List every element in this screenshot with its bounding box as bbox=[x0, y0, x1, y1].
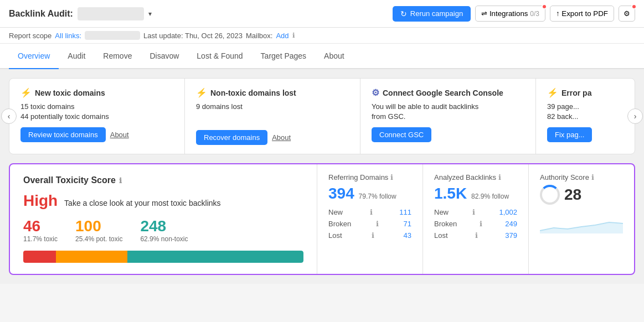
authority-score-title: Authority Score ℹ bbox=[540, 173, 623, 181]
tab-remove[interactable]: Remove bbox=[94, 44, 141, 69]
card-stat-3a: You will be able to audit backlinks bbox=[372, 102, 524, 111]
report-scope-bar: Report scope All links: Last update: Thu… bbox=[0, 28, 644, 44]
scope-project-tag bbox=[85, 31, 140, 40]
page-title: Backlink Audit: bbox=[9, 9, 73, 19]
metric-authority-score: Authority Score ℹ 28 bbox=[529, 164, 634, 274]
card-stat-1b: 44 potentially toxic domains bbox=[20, 112, 173, 121]
score-bar-green bbox=[127, 251, 304, 263]
mailbox-add-link[interactable]: Add bbox=[276, 32, 288, 40]
card-actions-3: Connect GSC bbox=[372, 127, 524, 142]
cards-prev-arrow[interactable]: ‹ bbox=[1, 108, 17, 124]
metric-row: New ℹ 1,002 bbox=[434, 208, 517, 216]
top-bar: Backlink Audit: ▾ ↻ Rerun campaign ⇌ Int… bbox=[0, 0, 644, 28]
analyzed-lost-val: 379 bbox=[505, 231, 517, 240]
review-toxic-domains-button[interactable]: Review toxic domains bbox=[20, 127, 106, 142]
metric-row: Lost ℹ 379 bbox=[434, 231, 517, 240]
score-panel: Overall Toxicity Score ℹ High Take a clo… bbox=[9, 163, 635, 275]
fix-pages-button[interactable]: Fix pag... bbox=[547, 127, 592, 142]
score-bar-red bbox=[23, 251, 56, 263]
rerun-campaign-button[interactable]: ↻ Rerun campaign bbox=[393, 6, 471, 22]
score-bar bbox=[23, 251, 303, 263]
card-stat-4b: 82 back... bbox=[547, 112, 624, 121]
referring-lost-val: 43 bbox=[404, 231, 411, 240]
chevron-down-icon[interactable]: ▾ bbox=[148, 10, 152, 18]
cards-row: ⚡ New toxic domains 15 toxic domains 44 … bbox=[9, 78, 635, 154]
card-title-3: ⚙ Connect Google Search Console bbox=[372, 87, 524, 98]
new-info-icon[interactable]: ℹ bbox=[370, 208, 373, 216]
last-update: Last update: Thu, Oct 26, 2023 bbox=[143, 32, 243, 40]
export-pdf-button[interactable]: ↑ Export to PDF bbox=[550, 6, 614, 22]
cards-next-arrow[interactable]: › bbox=[627, 108, 643, 124]
lost-info-icon[interactable]: ℹ bbox=[372, 231, 374, 240]
card-stat-3b: from GSC. bbox=[372, 112, 524, 121]
score-num-pot-toxic: 100 bbox=[75, 217, 122, 235]
toxicity-score-section: Overall Toxicity Score ℹ High Take a clo… bbox=[10, 164, 317, 274]
broken-info-icon[interactable]: ℹ bbox=[376, 220, 379, 228]
analyzed-info-icon[interactable]: ℹ bbox=[498, 173, 501, 181]
card-about-button-2[interactable]: About bbox=[272, 133, 291, 142]
card-title-2: ⚡ Non-toxic domains lost bbox=[196, 87, 349, 98]
cards-container: ‹ ⚡ New toxic domains 15 toxic domains 4… bbox=[9, 78, 635, 154]
refresh-icon: ↻ bbox=[400, 9, 407, 18]
referring-domains-follow: 79.7% follow bbox=[359, 193, 396, 200]
analyzed-lost-info[interactable]: ℹ bbox=[475, 231, 478, 240]
score-label-pot-toxic: 25.4% pot. toxic bbox=[75, 235, 122, 243]
metric-row: Broken ℹ 71 bbox=[328, 220, 411, 228]
card-non-toxic-domains-lost: ⚡ Non-toxic domains lost 9 domains lost … bbox=[185, 79, 360, 154]
score-bar-orange bbox=[56, 251, 127, 263]
score-numbers: 46 11.7% toxic 100 25.4% pot. toxic 248 … bbox=[23, 217, 303, 243]
analyzed-new-info[interactable]: ℹ bbox=[472, 208, 475, 216]
connect-gsc-button[interactable]: Connect GSC bbox=[372, 127, 431, 142]
scope-all-links[interactable]: All links: bbox=[55, 32, 81, 40]
score-label-toxic: 11.7% toxic bbox=[23, 235, 58, 243]
referring-domains-value-row: 394 79.7% follow bbox=[328, 185, 411, 202]
score-num-toxic: 46 bbox=[23, 217, 58, 235]
integrations-button[interactable]: ⇌ Integrations 0/3 bbox=[475, 6, 545, 22]
card-actions-1: Review toxic domains About bbox=[20, 127, 173, 142]
score-level-row: High Take a close look at your most toxi… bbox=[23, 192, 303, 210]
card-about-button-1[interactable]: About bbox=[110, 131, 129, 139]
card-title-1: ⚡ New toxic domains bbox=[20, 87, 173, 98]
gear-icon-3: ⚙ bbox=[372, 87, 379, 98]
analyzed-backlinks-value: 1.5K bbox=[434, 185, 467, 202]
referring-domains-info-icon[interactable]: ℹ bbox=[390, 173, 393, 181]
bolt-icon-1: ⚡ bbox=[20, 87, 32, 98]
score-section-title: Overall Toxicity Score ℹ bbox=[23, 175, 303, 185]
authority-score-row: 28 bbox=[540, 185, 623, 205]
authority-info-icon[interactable]: ℹ bbox=[591, 173, 594, 181]
card-actions-2: Recover domains About bbox=[196, 130, 349, 145]
settings-badge bbox=[631, 4, 637, 9]
score-num-non-toxic: 248 bbox=[140, 217, 188, 235]
analyzed-new-val: 1,002 bbox=[499, 208, 517, 216]
card-new-toxic-domains: ⚡ New toxic domains 15 toxic domains 44 … bbox=[9, 79, 185, 154]
bolt-icon-4: ⚡ bbox=[547, 87, 558, 98]
authority-score-value: 28 bbox=[564, 186, 581, 204]
nav-tabs: Overview Audit Remove Disavow Lost & Fou… bbox=[0, 44, 644, 69]
authority-mini-chart bbox=[540, 211, 623, 233]
tab-disavow[interactable]: Disavow bbox=[141, 44, 188, 69]
top-bar-right: ↻ Rerun campaign ⇌ Integrations 0/3 ↑ Ex… bbox=[393, 6, 635, 22]
project-selector[interactable] bbox=[78, 7, 144, 20]
tab-lost-found[interactable]: Lost & Found bbox=[188, 44, 251, 69]
integrations-icon: ⇌ bbox=[481, 9, 487, 18]
tab-about[interactable]: About bbox=[315, 44, 353, 69]
analyzed-backlinks-title: Analyzed Backlinks ℹ bbox=[434, 173, 517, 181]
score-subtitle: Take a close look at your most toxic bac… bbox=[64, 199, 220, 207]
metric-analyzed-backlinks: Analyzed Backlinks ℹ 1.5K 82.9% follow N… bbox=[423, 164, 529, 274]
settings-button[interactable]: ⚙ bbox=[619, 6, 635, 22]
tab-audit[interactable]: Audit bbox=[59, 44, 94, 69]
analyzed-broken-info[interactable]: ℹ bbox=[480, 220, 482, 228]
metrics-section: Referring Domains ℹ 394 79.7% follow New… bbox=[317, 164, 634, 274]
metric-referring-domains: Referring Domains ℹ 394 79.7% follow New… bbox=[317, 164, 423, 274]
card-stat-4a: 39 page... bbox=[547, 102, 624, 111]
main-content: ‹ ⚡ New toxic domains 15 toxic domains 4… bbox=[0, 69, 644, 284]
settings-icon: ⚙ bbox=[624, 9, 630, 18]
score-info-icon[interactable]: ℹ bbox=[119, 176, 122, 185]
tab-target-pages[interactable]: Target Pages bbox=[252, 44, 316, 69]
mailbox-info-icon: ℹ bbox=[292, 32, 295, 39]
card-stat-2a: 9 domains lost bbox=[196, 102, 349, 111]
score-label-non-toxic: 62.9% non-toxic bbox=[140, 235, 188, 243]
recover-domains-button[interactable]: Recover domains bbox=[196, 130, 267, 145]
tab-overview[interactable]: Overview bbox=[9, 44, 59, 69]
metric-row: Broken ℹ 249 bbox=[434, 220, 517, 228]
